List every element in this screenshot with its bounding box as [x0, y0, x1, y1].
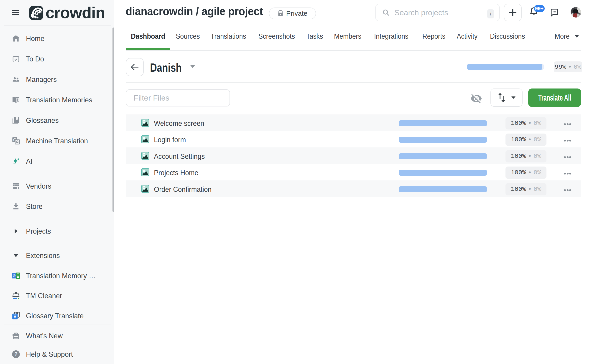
svg-text:A: A: [14, 315, 16, 319]
svg-text:?: ?: [14, 351, 18, 357]
